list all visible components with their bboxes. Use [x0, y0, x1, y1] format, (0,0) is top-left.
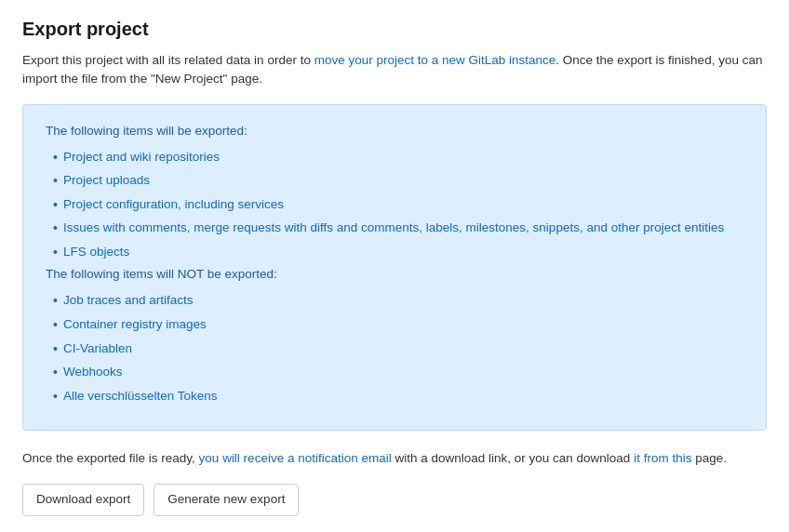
list-item: Project uploads: [53, 172, 743, 191]
download-export-button[interactable]: Download export: [22, 484, 144, 516]
list-item: CI-Variablen: [53, 340, 743, 359]
generate-new-export-button[interactable]: Generate new export: [154, 484, 299, 516]
list-item: Container registry images: [53, 316, 743, 335]
list-item: Alle verschlüsselten Tokens: [53, 388, 743, 406]
move-project-link[interactable]: move your project to a new GitLab instan…: [314, 53, 556, 67]
list-item: LFS objects: [53, 244, 743, 262]
it-from-this-link[interactable]: it from this: [634, 451, 691, 465]
list-item: Project configuration, including service…: [53, 196, 743, 215]
action-buttons: Download export Generate new export: [22, 484, 767, 516]
exported-label: The following items will be exported:: [46, 124, 743, 138]
list-item: Job traces and artifacts: [53, 292, 743, 311]
not-exported-items-list: Job traces and artifacts Container regis…: [53, 292, 743, 406]
list-item: Issues with comments, merge requests wit…: [53, 219, 743, 238]
notification-email-link[interactable]: you will receive a notification email: [199, 451, 392, 465]
info-box: The following items will be exported: Pr…: [22, 104, 767, 432]
list-item: Webhooks: [53, 364, 743, 382]
not-exported-label: The following items will NOT be exported…: [46, 267, 743, 281]
list-item: Project and wiki repositories: [53, 149, 743, 167]
page-description: Export this project with all its related…: [22, 51, 767, 89]
exported-items-list: Project and wiki repositories Project up…: [53, 149, 743, 262]
bottom-description: Once the exported file is ready, you wil…: [22, 449, 767, 468]
page-title: Export project: [22, 19, 767, 40]
